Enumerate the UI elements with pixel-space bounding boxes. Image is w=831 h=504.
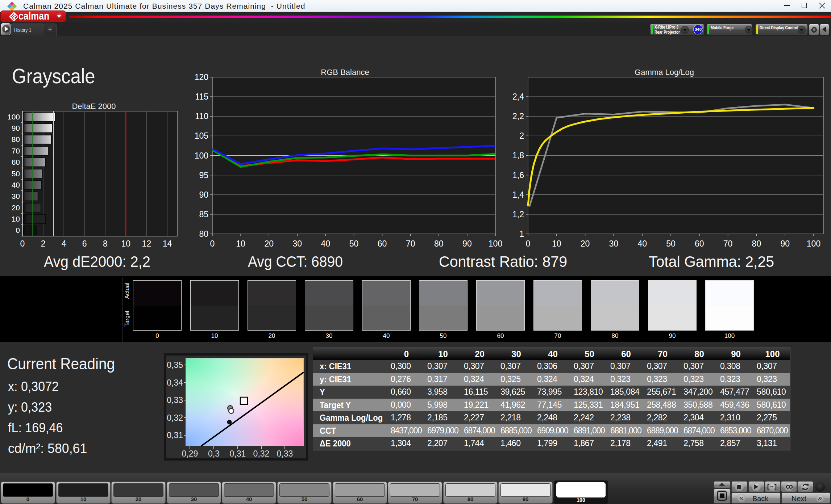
svg-text:60: 60 xyxy=(378,239,387,248)
svg-text:2,2: 2,2 xyxy=(512,112,524,121)
svg-text:20: 20 xyxy=(264,239,274,248)
svg-text:70: 70 xyxy=(723,239,733,248)
svg-text:30: 30 xyxy=(293,239,302,248)
svg-text:80: 80 xyxy=(434,239,444,248)
svg-text:1,8: 1,8 xyxy=(512,151,524,160)
svg-text:100: 100 xyxy=(489,239,502,248)
svg-text:6: 6 xyxy=(82,239,87,248)
svg-text:1: 1 xyxy=(519,229,524,239)
svg-text:1,2: 1,2 xyxy=(512,210,524,219)
svg-text:Contrast Ratio: 879: Contrast Ratio: 879 xyxy=(439,253,567,270)
svg-text:115: 115 xyxy=(195,92,208,101)
svg-text:1,4: 1,4 xyxy=(512,190,524,200)
svg-text:100: 100 xyxy=(195,151,208,160)
svg-text:70: 70 xyxy=(12,147,20,155)
svg-text:0,31: 0,31 xyxy=(167,430,183,440)
svg-text:60: 60 xyxy=(12,158,20,166)
svg-text:0: 0 xyxy=(16,226,20,234)
svg-text:40: 40 xyxy=(321,239,331,248)
svg-text:DeltaE 2000: DeltaE 2000 xyxy=(72,102,116,111)
svg-text:50: 50 xyxy=(349,239,359,248)
svg-text:0,33: 0,33 xyxy=(167,395,183,405)
svg-text:10: 10 xyxy=(12,215,20,223)
svg-text:1,6: 1,6 xyxy=(512,171,524,180)
svg-text:0,34: 0,34 xyxy=(167,378,183,387)
svg-text:105: 105 xyxy=(195,131,208,140)
svg-text:30: 30 xyxy=(12,192,20,200)
svg-text:12: 12 xyxy=(142,239,151,248)
svg-text:80: 80 xyxy=(12,135,20,143)
svg-text:120: 120 xyxy=(195,72,208,82)
svg-text:50: 50 xyxy=(666,239,676,248)
svg-text:50: 50 xyxy=(12,169,20,178)
svg-text:14: 14 xyxy=(163,239,172,248)
svg-text:10: 10 xyxy=(236,239,245,248)
svg-text:0,33: 0,33 xyxy=(277,449,293,458)
svg-text:0: 0 xyxy=(526,239,531,248)
svg-text:Avg dE2000: 2,2: Avg dE2000: 2,2 xyxy=(44,253,150,270)
svg-text:110: 110 xyxy=(195,112,208,121)
svg-text:0,31: 0,31 xyxy=(230,449,246,458)
svg-text:85: 85 xyxy=(199,210,208,219)
svg-text:100: 100 xyxy=(7,113,20,121)
svg-text:0,3: 0,3 xyxy=(208,449,220,458)
svg-text:Gamma Log/Log: Gamma Log/Log xyxy=(635,68,694,77)
svg-text:0,32: 0,32 xyxy=(167,413,183,423)
svg-text:10: 10 xyxy=(121,239,131,248)
svg-text:20: 20 xyxy=(581,239,590,248)
svg-text:30: 30 xyxy=(609,239,619,248)
svg-text:0,35: 0,35 xyxy=(167,360,183,370)
svg-text:Avg CCT: 6890: Avg CCT: 6890 xyxy=(248,253,343,270)
svg-text:0: 0 xyxy=(210,239,215,248)
svg-text:0: 0 xyxy=(20,239,25,248)
svg-text:10: 10 xyxy=(552,239,561,248)
svg-text:80: 80 xyxy=(752,239,761,248)
svg-text:Total Gamma: 2,25: Total Gamma: 2,25 xyxy=(649,253,774,270)
svg-text:60: 60 xyxy=(695,239,704,248)
svg-text:40: 40 xyxy=(12,181,20,189)
svg-text:4: 4 xyxy=(62,239,66,248)
svg-text:0,29: 0,29 xyxy=(182,449,198,458)
svg-text:100: 100 xyxy=(807,239,820,248)
svg-text:8: 8 xyxy=(103,239,108,248)
svg-text:95: 95 xyxy=(199,171,208,180)
svg-text:90: 90 xyxy=(199,190,208,200)
svg-text:80: 80 xyxy=(199,229,208,239)
svg-text:90: 90 xyxy=(462,239,472,248)
svg-text:2: 2 xyxy=(519,131,524,140)
svg-text:0,32: 0,32 xyxy=(253,449,270,458)
svg-text:70: 70 xyxy=(406,239,415,248)
svg-text:90: 90 xyxy=(780,239,790,248)
svg-text:2: 2 xyxy=(41,239,46,248)
svg-text:RGB Balance: RGB Balance xyxy=(321,68,369,77)
svg-text:90: 90 xyxy=(12,124,20,132)
svg-text:40: 40 xyxy=(637,239,647,248)
svg-text:2,4: 2,4 xyxy=(512,92,524,101)
svg-text:20: 20 xyxy=(12,203,20,212)
